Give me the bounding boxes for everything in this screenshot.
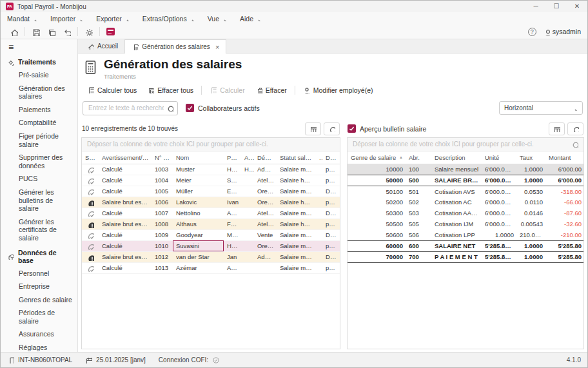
payslip-row-50100[interactable]: 50100501Cotisation AVS6'000.00000.0530-3… (348, 186, 584, 197)
sidebar-item-personnel[interactable]: Personnel (1, 267, 77, 280)
sidebar-item-entreprise[interactable]: Entreprise (1, 280, 77, 293)
menu-mandat[interactable]: Mandat (7, 15, 37, 23)
employee-row-1005[interactable]: Calculé1005MüllerErikaOrefè...Salaire me… (82, 186, 340, 197)
column-header-avertissement-erreur-inform[interactable]: Avertissement/erreur/inform... (99, 151, 152, 164)
employee-row-1008[interactable]: Salaire brut est inférieure...1008Althau… (82, 218, 340, 229)
home-icon[interactable] (7, 26, 21, 38)
help-icon[interactable]: ? (528, 28, 536, 36)
group-by-panel[interactable]: Déposer la colonne de votre choix ICI po… (82, 138, 340, 151)
sidebar-item-generer-les-bulletins-de-salaire[interactable]: Générer les bulletins de salaire (1, 186, 77, 215)
employee-cell: Goodyear (173, 229, 224, 240)
column-chooser-button[interactable] (305, 122, 321, 135)
sidebar-item-figer-periode-salaire[interactable]: Figer période salaire (1, 130, 77, 151)
user-menu[interactable]: sysadmin (543, 28, 581, 35)
payslip-preview-checkbox[interactable]: Aperçu bulletin salaire (348, 124, 426, 133)
tab-generation-des-salaires[interactable]: Génération des salaires × (124, 39, 226, 53)
search-icon[interactable] (571, 140, 578, 148)
menu-importer[interactable]: Importer (50, 15, 83, 23)
sidebar-toggle-button[interactable]: ≡ (1, 39, 77, 54)
sidebar-item-genres-de-salaire[interactable]: Genres de salaire (1, 293, 77, 307)
minimize-button[interactable]: ─ (525, 1, 546, 12)
menu-label: Aide (240, 15, 253, 23)
column-header-montant[interactable]: Montant (545, 151, 584, 164)
payslip-row-70000[interactable]: 70000700P A I E M E N T5'285.80001.00005… (348, 251, 584, 262)
column-header-description[interactable]: Description (431, 151, 482, 164)
sidebar-item-periodes-de-salaire[interactable]: Périodes de salaire (1, 306, 77, 327)
close-button[interactable]: ✕ (567, 1, 587, 12)
column-header-deducti[interactable]: Déducti... (322, 151, 340, 164)
payslip-row-10000[interactable]: 10000100Salaire mensuel6'000.00001.00006… (348, 164, 584, 175)
employee-cell: Salaire horaire (277, 197, 316, 208)
close-tab-icon[interactable]: × (215, 43, 219, 51)
sidebar-item-generation-des-salaires[interactable]: Génération des salaires (1, 82, 77, 103)
menu-extras-options[interactable]: Extras/Options (142, 15, 195, 23)
checkbox-check-icon (348, 124, 356, 133)
sidebar-item-generer-les-certificats-de-salaire[interactable]: Générer les certificats de salaire (1, 215, 77, 245)
employee-row-1004[interactable]: Calculé1004MeierSonjaAtelierSalaire hora… (82, 175, 340, 186)
sidebar-item-paiements[interactable]: Paiements (1, 103, 77, 117)
sidebar-item-pucs[interactable]: PUCS (1, 172, 77, 186)
column-chooser-button[interactable] (549, 122, 565, 135)
sidebar-item-assurances[interactable]: Assurances (1, 327, 77, 341)
menu-exporter[interactable]: Exporter (96, 15, 130, 23)
employee-row-1007[interactable]: Calculé1007NettolinoAnt...AtelierSalaire… (82, 208, 340, 218)
column-header-nom[interactable]: Nom (173, 151, 224, 164)
refresh-button[interactable] (567, 122, 583, 135)
undo-icon[interactable] (60, 26, 74, 38)
payslip-row-50600[interactable]: 50600506Cotisation LPP1.0000210.0000-210… (348, 229, 584, 240)
column-header-statut-salaire[interactable]: Statut salaire (277, 151, 316, 164)
sidebar-section-donnees-de-base[interactable]: Données de base (1, 245, 77, 267)
tab-accueil[interactable]: Accueil (81, 39, 124, 53)
sidebar-item-comptabilite[interactable]: Comptabilité (1, 116, 77, 130)
layout-select[interactable]: Horizontal (499, 101, 583, 115)
payslip-row-50300[interactable]: 50300503Cotisation AANP6'000.00000.0146-… (348, 208, 584, 218)
payslip-row-50500[interactable]: 50500505Cotisation IJM6'000.00000.00543-… (348, 218, 584, 229)
status-warning-icon (87, 254, 94, 261)
menu-vue[interactable]: Vue (208, 15, 227, 23)
group-by-panel[interactable]: Déposer la colonne de votre choix ICI po… (348, 138, 583, 151)
period-date[interactable]: 25.01.2025 [janv] (96, 356, 146, 363)
employee-row-1006[interactable]: Salaire brut est inférieure...1006Lakovi… (82, 197, 340, 208)
payslip-row-60000[interactable]: 60000600SALAIRE NET5'285.80001.00005'285… (348, 240, 584, 251)
employee-row-1010[interactable]: Calculé1010SuvasiniHa...Orefè...Salaire … (82, 240, 340, 251)
active-collaborators-checkbox[interactable]: Collaborateurs actifs (186, 104, 260, 112)
sidebar-section-traitements[interactable]: Traitements (1, 54, 77, 68)
column-header-[interactable]: ... (316, 151, 322, 164)
effacer-tous-button[interactable]: Effacer tous (142, 84, 199, 96)
effacer-button[interactable]: Effacer (250, 84, 292, 96)
save-icon[interactable] (29, 26, 43, 38)
employee-row-1013[interactable]: Calculé1013AzémarAu...Salaire mensuelpas… (82, 262, 340, 273)
refresh-button[interactable] (324, 122, 340, 135)
modifier-employe-e-button[interactable]: Modifier employé(e) (298, 84, 378, 96)
payroll-icon[interactable] (104, 26, 117, 38)
employee-row-1009[interactable]: Calculé1009GoodyearMa...VenteSalaire men… (82, 229, 340, 240)
column-header-abr[interactable]: Abr. (406, 151, 431, 164)
settings-icon[interactable] (82, 26, 95, 38)
sidebar-item-supprimer-des-donnees[interactable]: Supprimer des données (1, 151, 77, 172)
employee-cell: Vente (254, 229, 277, 240)
employee-cell: Ma... (224, 229, 241, 240)
window-title: Topal Payroll - Monbijou (17, 3, 86, 10)
search-input[interactable] (83, 104, 166, 111)
toolbar-separator (77, 27, 78, 36)
payslip-row-50200[interactable]: 50200502Cotisation AC6'000.00000.0110-66… (348, 197, 584, 208)
copy-icon[interactable] (44, 26, 58, 38)
payslip-row-50000[interactable]: 50000500SALAIRE BRUT6'000.00001.00006'00… (348, 175, 584, 186)
calculer-tous-button[interactable]: Calculer tous (82, 84, 142, 96)
column-header-unite[interactable]: Unité (482, 151, 516, 164)
column-header-pren[interactable]: Prén... (224, 151, 241, 164)
column-header-taux[interactable]: Taux (516, 151, 545, 164)
maximize-button[interactable]: ☐ (546, 1, 567, 12)
column-header-statut[interactable]: Statut (82, 151, 99, 164)
column-header-genre-de-salaire[interactable]: ▲Genre de salaire (348, 151, 406, 164)
sidebar-item-reglages-comptabilite[interactable]: Réglages Comptabilité (1, 341, 77, 352)
sidebar-item-pre-saisie[interactable]: Pré-saisie (1, 68, 77, 82)
employee-row-1012[interactable]: Salaire brut est inférieure...1012van de… (82, 251, 340, 262)
menu-aide[interactable]: Aide (240, 15, 261, 23)
employee-row-1003[interactable]: Calculé1003MusterHansH...Admin...Salaire… (82, 164, 340, 175)
column-header-abr[interactable]: Abr. (241, 151, 254, 164)
column-header-n-pers[interactable]: N° pers. (152, 151, 173, 164)
employee-cell: Calculé (99, 164, 152, 175)
checkbox-label: Collaborateurs actifs (198, 104, 260, 112)
column-header-depart[interactable]: Départ... (254, 151, 277, 164)
